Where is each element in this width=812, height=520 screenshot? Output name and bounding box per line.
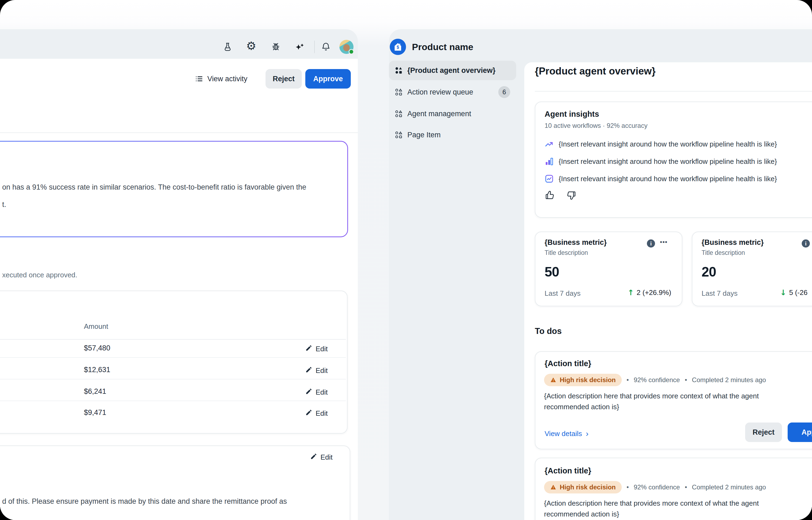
sidebar-item-action-review-queue[interactable]: Action review queue 6 (389, 82, 516, 102)
view-details-label: View details (544, 430, 582, 438)
chart-square-icon (544, 174, 554, 183)
reject-button[interactable]: Reject (265, 69, 302, 88)
edit-button-details[interactable]: Edit (310, 452, 333, 463)
svg-text:$: $ (397, 45, 399, 50)
confidence-label: 92% confidence (634, 484, 680, 491)
edit-button-row4[interactable]: Edit (305, 408, 328, 419)
completed-label: Completed 2 minutes ago (692, 484, 766, 491)
metric-delta: ↓ 5 (-26 (780, 288, 807, 297)
details-card (0, 445, 350, 520)
chevron-right-icon: › (586, 429, 588, 438)
bell-icon[interactable] (321, 42, 331, 52)
meta-separator: • (685, 484, 687, 491)
avatar[interactable] (339, 40, 354, 54)
metric-description: Title description (544, 249, 588, 257)
category-grid-icon (395, 67, 402, 74)
page-title: {Product agent overview} (535, 66, 655, 77)
sidebar-item-label: {Product agent overview} (408, 67, 496, 75)
info-icon[interactable]: i (647, 239, 655, 248)
metric-value: 20 (702, 264, 716, 280)
product-name: Product name (412, 42, 473, 52)
sidebar-item-label: Agent management (408, 110, 471, 118)
toolbar-divider (314, 41, 315, 53)
down-arrow-icon: ↓ (780, 288, 786, 297)
metric-description: Title description (702, 249, 745, 257)
flask-icon[interactable] (223, 42, 232, 52)
title-divider (535, 91, 812, 92)
screenshot-frame: ⚙ View activity Reject (0, 0, 812, 520)
insights-title: Agent insights (544, 110, 599, 119)
sparkles-icon[interactable] (295, 42, 305, 52)
house-dollar-icon: $ (393, 42, 403, 52)
row-divider (0, 400, 346, 401)
insight-text: {Insert relevant insight around how the … (559, 140, 777, 149)
row-divider (0, 357, 346, 358)
status-dot (348, 49, 354, 54)
action-meta-row: High risk decision • 92% confidence • Co… (544, 374, 766, 386)
metric-title: {Business metric} (702, 238, 764, 247)
table-row: $57,480 (84, 344, 110, 353)
row-divider (0, 379, 346, 380)
table-row: $6,241 (84, 387, 106, 396)
queue-count-badge: 6 (498, 86, 510, 98)
info-icon[interactable]: i (802, 239, 810, 248)
action-description: {Action description here that provides m… (544, 391, 796, 412)
risk-badge-label: High risk decision (560, 376, 616, 384)
todos-heading: To dos (535, 327, 562, 336)
gear-icon[interactable]: ⚙ (245, 40, 257, 52)
insight-text: {Insert relevant insight around how the … (559, 157, 777, 166)
bug-icon[interactable] (271, 42, 281, 52)
insight-item: {Insert relevant insight around how the … (544, 174, 777, 183)
edit-label: Edit (316, 409, 328, 418)
meta-separator: • (626, 484, 629, 491)
sidebar-item-page-item[interactable]: Page Item (389, 125, 516, 145)
todo-reject-button[interactable]: Reject (745, 422, 782, 442)
up-arrow-icon: ↑ (628, 288, 634, 297)
todo-approve-button[interactable]: Approve (788, 422, 812, 442)
left-header-divider (0, 132, 358, 133)
warning-triangle-icon (550, 484, 557, 491)
meta-separator: • (626, 376, 629, 384)
category-grid-icon (395, 110, 402, 118)
edit-button-row3[interactable]: Edit (305, 387, 328, 397)
action-meta-row: High risk decision • 92% confidence • Co… (544, 481, 766, 493)
details-text: d of this. Please ensure payment is made… (2, 497, 346, 505)
pencil-icon (305, 388, 312, 397)
insight-feedback (544, 190, 577, 201)
edit-label: Edit (316, 366, 328, 375)
product-logo: $ (390, 39, 406, 55)
edit-button-row2[interactable]: Edit (305, 365, 328, 376)
risk-badge: High risk decision (544, 481, 622, 493)
table-row: $12,631 (84, 366, 110, 374)
thumbs-down-icon[interactable] (566, 190, 577, 201)
warning-triangle-icon (550, 377, 557, 383)
view-activity-button[interactable]: View activity (195, 69, 247, 88)
amounts-table-card (0, 291, 347, 434)
approve-button[interactable]: Approve (305, 69, 351, 88)
risk-badge-label: High risk decision (560, 484, 616, 491)
view-details-link[interactable]: View details › (544, 429, 588, 438)
table-row: $9,471 (84, 409, 106, 417)
meta-separator: • (685, 376, 687, 384)
more-options-icon[interactable]: ••• (660, 238, 668, 246)
category-grid-icon (395, 131, 402, 139)
pencil-icon (305, 344, 312, 354)
recommendation-text-line2: t. (2, 201, 6, 209)
metric-title: {Business metric} (544, 238, 607, 247)
sidebar-item-label: Page Item (408, 131, 441, 139)
edit-label: Edit (320, 453, 333, 462)
execution-note: xecuted once approved. (2, 271, 77, 279)
action-title: {Action title} (544, 359, 591, 368)
metric-delta-text: 5 (-26 (789, 288, 807, 297)
sidebar-item-product-agent-overview[interactable]: {Product agent overview} (389, 61, 516, 80)
edit-label: Edit (316, 388, 328, 396)
list-icon (195, 75, 203, 83)
confidence-label: 92% confidence (634, 376, 680, 384)
thumbs-up-icon[interactable] (544, 190, 555, 201)
metric-value: 50 (544, 264, 559, 280)
pencil-icon (305, 366, 312, 375)
insight-item: {Insert relevant insight around how the … (544, 139, 777, 149)
edit-button-row1[interactable]: Edit (305, 343, 328, 354)
metric-period: Last 7 days (544, 289, 581, 297)
sidebar-item-agent-management[interactable]: Agent management (389, 104, 516, 124)
